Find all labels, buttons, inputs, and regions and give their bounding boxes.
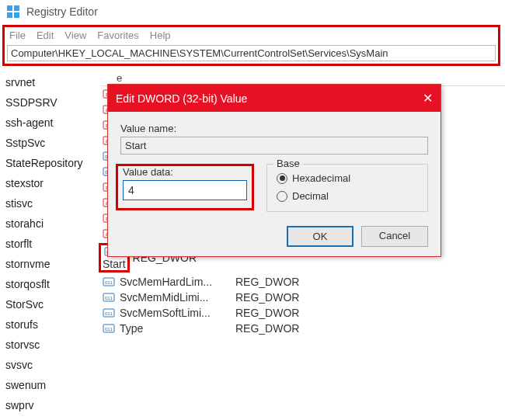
col-name-fragment: e: [101, 72, 233, 84]
value-data-label: Value data:: [123, 166, 247, 178]
ok-button[interactable]: OK: [287, 226, 354, 247]
window-title: Registry Editor: [26, 5, 98, 18]
binary-value-icon: [101, 291, 117, 304]
tree-item[interactable]: ssh-agent: [4, 113, 101, 133]
value-name: Type: [120, 322, 232, 335]
radio-dec-icon: [277, 191, 287, 202]
tree-item[interactable]: SstpSvc: [4, 133, 101, 153]
window-titlebar: Registry Editor: [0, 0, 505, 23]
value-name-field[interactable]: Start: [120, 137, 428, 154]
dialog-titlebar: Edit DWORD (32-bit) Value ✕: [108, 85, 441, 112]
binary-value-icon: [101, 322, 117, 335]
tree-item[interactable]: storvsc: [4, 335, 101, 355]
value-row[interactable]: TypeREG_DWOR: [101, 321, 505, 336]
tree-item[interactable]: svsvc: [4, 355, 101, 375]
edit-dword-dialog: Edit DWORD (32-bit) Value ✕ Value name: …: [107, 84, 441, 257]
tree-item[interactable]: storahci: [4, 213, 101, 234]
regedit-icon: [6, 5, 20, 19]
svg-rect-2: [7, 12, 12, 18]
menu-address-highlight: File Edit View Favorites Help Computer\H…: [2, 25, 500, 66]
binary-value-icon: [101, 276, 117, 288]
tree-item[interactable]: StorSvc: [4, 294, 101, 314]
address-bar[interactable]: Computer\HKEY_LOCAL_MACHINE\SYSTEM\Curre…: [7, 45, 496, 61]
tree-item[interactable]: storflt: [4, 234, 101, 254]
value-type: REG_DWOR: [235, 322, 505, 335]
value-type: REG_DWOR: [235, 291, 505, 304]
svg-rect-0: [7, 5, 12, 11]
close-icon[interactable]: ✕: [402, 91, 433, 106]
value-name: SvcMemMidLimi...: [120, 291, 232, 304]
tree-item[interactable]: srvnet: [4, 72, 101, 92]
svg-rect-3: [14, 12, 19, 18]
tree-item[interactable]: stexstor: [4, 173, 101, 193]
tree-item[interactable]: StateRepository: [4, 153, 101, 173]
value-name: SvcMemSoftLimi...: [120, 307, 232, 319]
tree-pane[interactable]: srvnetSSDPSRVssh-agentSstpSvcStateReposi…: [0, 69, 101, 415]
tree-item[interactable]: swprv: [4, 395, 101, 415]
dialog-title: Edit DWORD (32-bit) Value: [116, 92, 402, 105]
radio-hex[interactable]: Hexadecimal: [275, 168, 420, 186]
tree-item[interactable]: SSDPSRV: [4, 92, 101, 113]
value-type: REG_DWOR: [235, 276, 505, 288]
col-type-fragment: [233, 72, 505, 84]
cancel-button[interactable]: Cancel: [361, 226, 428, 247]
menu-favorites[interactable]: Favorites: [97, 30, 138, 41]
value-name: SvcMemHardLim...: [120, 276, 232, 288]
tree-item[interactable]: storufs: [4, 314, 101, 335]
tree-item[interactable]: swenum: [4, 375, 101, 395]
value-row[interactable]: SvcMemSoftLimi...REG_DWOR: [101, 305, 505, 321]
tree-item[interactable]: stisvc: [4, 193, 101, 213]
value-type: REG_DWOR: [235, 307, 505, 319]
binary-value-icon: [101, 307, 117, 319]
base-group: Base Hexadecimal Decimal: [266, 164, 428, 212]
radio-hex-icon: [277, 173, 287, 184]
value-name-label: Value name:: [120, 123, 428, 134]
tree-item[interactable]: stornvme: [4, 254, 101, 274]
radio-hex-label: Hexadecimal: [292, 172, 350, 184]
radio-dec-label: Decimal: [292, 190, 329, 202]
menu-file[interactable]: File: [9, 30, 26, 41]
menu-view[interactable]: View: [64, 30, 86, 41]
value-row[interactable]: SvcMemHardLim...REG_DWOR: [101, 274, 505, 290]
menubar: File Edit View Favorites Help: [5, 27, 498, 45]
menu-edit[interactable]: Edit: [37, 30, 54, 41]
tree-item[interactable]: storqosflt: [4, 274, 101, 294]
value-row[interactable]: SvcMemMidLimi...REG_DWOR: [101, 290, 505, 305]
value-data-field[interactable]: 4: [123, 180, 247, 200]
base-legend: Base: [273, 158, 303, 169]
value-data-highlight: Value data: 4: [116, 164, 254, 210]
value-name: Start: [103, 258, 126, 270]
radio-dec[interactable]: Decimal: [275, 186, 420, 203]
svg-rect-1: [14, 5, 19, 11]
menu-help[interactable]: Help: [150, 30, 171, 41]
